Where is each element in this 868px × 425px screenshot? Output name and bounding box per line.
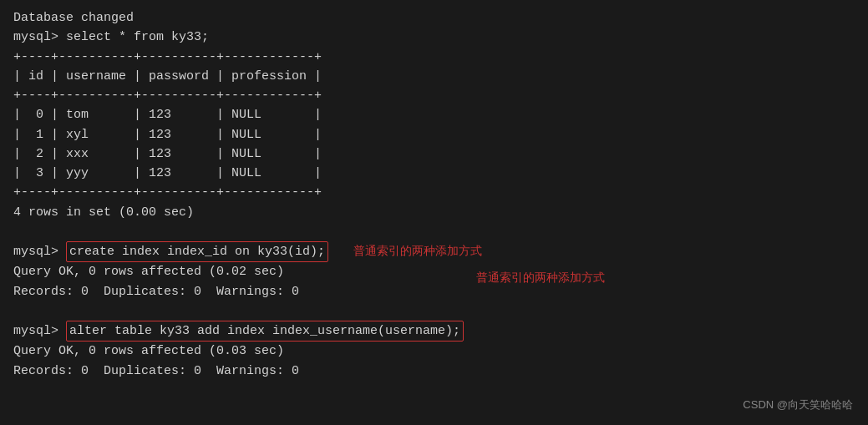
- table-border-top: +----+----------+----------+------------…: [13, 48, 855, 67]
- table-row-3: | 3 | yyy | 123 | NULL |: [13, 164, 855, 183]
- records-1: Records: 0 Duplicates: 0 Warnings: 0: [13, 282, 855, 301]
- query-ok-2: Query OK, 0 rows affected (0.03 sec): [13, 342, 855, 361]
- watermark-text: CSDN @向天笑哈哈哈: [743, 397, 853, 413]
- alter-table-line: mysql> alter table ky33 add index index_…: [13, 321, 855, 342]
- create-cmd: create index index_id on ky33(id);: [66, 241, 328, 262]
- empty-line-2: [13, 301, 855, 321]
- table-row-1: | 1 | xyl | 123 | NULL |: [13, 125, 855, 144]
- query-ok-1: Query OK, 0 rows affected (0.02 sec): [13, 262, 855, 281]
- annotation-text: 普通索引的两种添加方式: [353, 242, 482, 261]
- rows-result-line: 4 rows in set (0.00 sec): [13, 203, 855, 222]
- db-changed-line: Database changed: [13, 8, 855, 28]
- table-row-0: | 0 | tom | 123 | NULL |: [13, 105, 855, 124]
- select-cmd-line: mysql> select * from ky33;: [13, 28, 855, 47]
- records-2: Records: 0 Duplicates: 0 Warnings: 0: [13, 362, 855, 381]
- annotation-label: 普通索引的两种添加方式: [476, 269, 605, 287]
- table-border-mid: +----+----------+----------+------------…: [13, 86, 855, 105]
- empty-line-1: [13, 222, 855, 241]
- table-border-bot: +----+----------+----------+------------…: [13, 183, 855, 202]
- create-prompt: mysql>: [13, 242, 66, 261]
- terminal-window: Database changed mysql> select * from ky…: [0, 0, 868, 425]
- table-row-2: | 2 | xxx | 123 | NULL |: [13, 144, 855, 164]
- table-header-line: | id | username | password | profession …: [13, 67, 855, 86]
- alter-cmd: alter table ky33 add index index_usernam…: [66, 321, 464, 342]
- alter-prompt: mysql>: [13, 321, 66, 341]
- create-index-line: mysql> create index index_id on ky33(id)…: [13, 241, 855, 262]
